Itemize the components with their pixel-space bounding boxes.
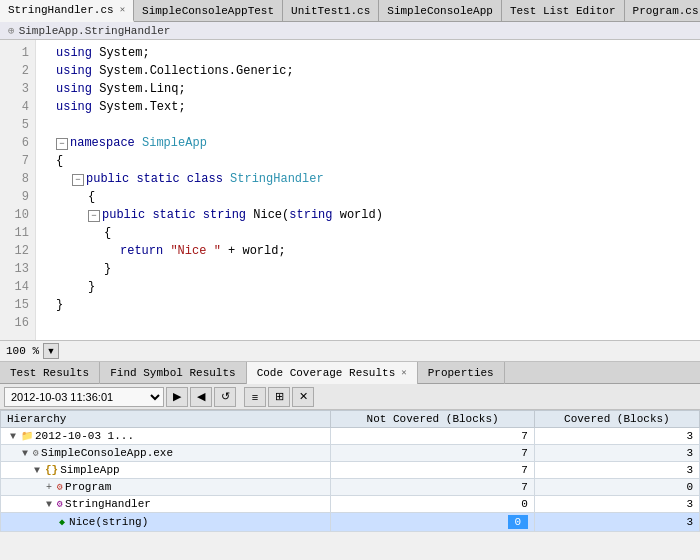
code-line: using System; bbox=[44, 44, 692, 62]
table-row[interactable]: ▼ ⚙ StringHandler 0 3 bbox=[1, 496, 700, 513]
coverage-table-container: Hierarchy Not Covered (Blocks) Covered (… bbox=[0, 410, 700, 558]
code-editor: 12345 678910 111213141516 using System; … bbox=[0, 40, 700, 340]
not-covered-value: 0 bbox=[331, 513, 534, 532]
collapse-icon[interactable]: − bbox=[56, 138, 68, 150]
tree-expand-icon[interactable]: ▼ bbox=[7, 431, 19, 442]
covered-value: 3 bbox=[534, 445, 699, 462]
tab-stringhandler[interactable]: StringHandler.cs ✕ bbox=[0, 0, 134, 22]
toolbar-close-btn[interactable]: ✕ bbox=[292, 387, 314, 407]
code-line: { bbox=[44, 188, 692, 206]
collapse-icon[interactable]: − bbox=[88, 210, 100, 222]
code-lines[interactable]: using System; using System.Collections.G… bbox=[36, 40, 700, 340]
col-header-hierarchy: Hierarchy bbox=[1, 411, 331, 428]
bottom-tab-bar: Test Results Find Symbol Results Code Co… bbox=[0, 362, 700, 384]
ns-icon: {} bbox=[45, 464, 58, 476]
tree-expand-icon[interactable]: ▼ bbox=[31, 465, 43, 476]
code-line bbox=[44, 314, 692, 332]
tab-label: Test Results bbox=[10, 367, 89, 379]
code-line: } bbox=[44, 278, 692, 296]
code-line: { bbox=[44, 224, 692, 242]
row-label: Nice(string) bbox=[69, 516, 148, 528]
code-line bbox=[44, 116, 692, 134]
code-line: using System.Linq; bbox=[44, 80, 692, 98]
zoom-bar: 100 % ▼ bbox=[0, 340, 700, 362]
tab-close-icon[interactable]: ✕ bbox=[401, 367, 406, 378]
table-row[interactable]: + ⚙ Program 7 0 bbox=[1, 479, 700, 496]
code-line: −namespace SimpleApp bbox=[44, 134, 692, 152]
tab-simpleconsoleapp[interactable]: SimpleConsoleApp bbox=[379, 0, 502, 22]
tab-label: Program.cs bbox=[633, 5, 699, 17]
highlighted-value: 0 bbox=[508, 515, 528, 529]
col-header-covered: Covered (Blocks) bbox=[534, 411, 699, 428]
tab-label: SimpleConsoleApp bbox=[387, 5, 493, 17]
code-line: using System.Text; bbox=[44, 98, 692, 116]
toolbar-list-btn[interactable]: ≡ bbox=[244, 387, 266, 407]
not-covered-value: 0 bbox=[331, 496, 534, 513]
line-numbers: 12345 678910 111213141516 bbox=[0, 40, 36, 340]
tab-label: StringHandler.cs bbox=[8, 4, 114, 16]
row-label: SimpleApp bbox=[60, 464, 119, 476]
code-line: { bbox=[44, 152, 692, 170]
table-row[interactable]: ▼ ⚙ SimpleConsoleApp.exe 7 3 bbox=[1, 445, 700, 462]
coverage-table: Hierarchy Not Covered (Blocks) Covered (… bbox=[0, 410, 700, 532]
code-line: using System.Collections.Generic; bbox=[44, 62, 692, 80]
table-row[interactable]: ▼ {} SimpleApp 7 3 bbox=[1, 462, 700, 479]
code-line: } bbox=[44, 260, 692, 278]
bottom-section: Test Results Find Symbol Results Code Co… bbox=[0, 362, 700, 558]
row-label: 2012-10-03 1... bbox=[35, 430, 134, 442]
not-covered-value: 7 bbox=[331, 428, 534, 445]
row-label: SimpleConsoleApp.exe bbox=[41, 447, 173, 459]
toolbar-back-btn[interactable]: ◀ bbox=[190, 387, 212, 407]
code-line: −public static class StringHandler bbox=[44, 170, 692, 188]
tree-expand-icon[interactable]: ▼ bbox=[43, 499, 55, 510]
coverage-toolbar: 2012-10-03 11:36:01 ▶ ◀ ↺ ≡ ⊞ ✕ bbox=[0, 384, 700, 410]
code-line: return "Nice " + world; bbox=[44, 242, 692, 260]
row-label: StringHandler bbox=[65, 498, 151, 510]
covered-value: 0 bbox=[534, 479, 699, 496]
tab-find-symbol-results[interactable]: Find Symbol Results bbox=[100, 362, 246, 384]
not-covered-value: 7 bbox=[331, 462, 534, 479]
run-icon: 📁 bbox=[21, 430, 33, 442]
tab-testlisteditor[interactable]: Test List Editor bbox=[502, 0, 625, 22]
tab-code-coverage-results[interactable]: Code Coverage Results ✕ bbox=[247, 362, 418, 384]
toolbar-refresh-btn[interactable]: ↺ bbox=[214, 387, 236, 407]
table-row[interactable]: ▼ 📁 2012-10-03 1... 7 3 bbox=[1, 428, 700, 445]
covered-value: 3 bbox=[534, 513, 699, 532]
tab-bar: StringHandler.cs ✕ SimpleConsoleAppTest … bbox=[0, 0, 700, 22]
class-icon: ⚙ bbox=[57, 498, 63, 510]
tab-label: Test List Editor bbox=[510, 5, 616, 17]
zoom-button[interactable]: ▼ bbox=[43, 343, 59, 359]
tab-label: Code Coverage Results bbox=[257, 367, 396, 379]
zoom-value: 100 % bbox=[6, 345, 39, 357]
code-line: } bbox=[44, 296, 692, 314]
tab-close-icon[interactable]: ✕ bbox=[120, 4, 125, 15]
col-header-not-covered: Not Covered (Blocks) bbox=[331, 411, 534, 428]
breadcrumb: ⊕ SimpleApp.StringHandler bbox=[0, 22, 700, 40]
method-icon: ◆ bbox=[59, 516, 65, 528]
covered-value: 3 bbox=[534, 428, 699, 445]
covered-value: 3 bbox=[534, 462, 699, 479]
covered-value: 3 bbox=[534, 496, 699, 513]
tab-label: Find Symbol Results bbox=[110, 367, 235, 379]
tree-expand-icon[interactable]: + bbox=[43, 482, 55, 493]
tab-label: UnitTest1.cs bbox=[291, 5, 370, 17]
tab-label: SimpleConsoleAppTest bbox=[142, 5, 274, 17]
toolbar-grid-btn[interactable]: ⊞ bbox=[268, 387, 290, 407]
tab-properties[interactable]: Properties bbox=[418, 362, 505, 384]
table-row[interactable]: ◆ Nice(string) 0 3 bbox=[1, 513, 700, 532]
collapse-icon[interactable]: − bbox=[72, 174, 84, 186]
tab-simpleconsoleapptest[interactable]: SimpleConsoleAppTest bbox=[134, 0, 283, 22]
row-label: Program bbox=[65, 481, 111, 493]
exe-icon: ⚙ bbox=[33, 447, 39, 459]
tree-expand-icon[interactable]: ▼ bbox=[19, 448, 31, 459]
tab-programcs[interactable]: Program.cs bbox=[625, 0, 700, 22]
code-line: −public static string Nice(string world) bbox=[44, 206, 692, 224]
tab-unittest1[interactable]: UnitTest1.cs bbox=[283, 0, 379, 22]
not-covered-value: 7 bbox=[331, 445, 534, 462]
not-covered-value: 7 bbox=[331, 479, 534, 496]
tab-label: Properties bbox=[428, 367, 494, 379]
toolbar-run-btn[interactable]: ▶ bbox=[166, 387, 188, 407]
coverage-run-selector[interactable]: 2012-10-03 11:36:01 bbox=[4, 387, 164, 407]
tab-test-results[interactable]: Test Results bbox=[0, 362, 100, 384]
class-icon: ⚙ bbox=[57, 481, 63, 493]
